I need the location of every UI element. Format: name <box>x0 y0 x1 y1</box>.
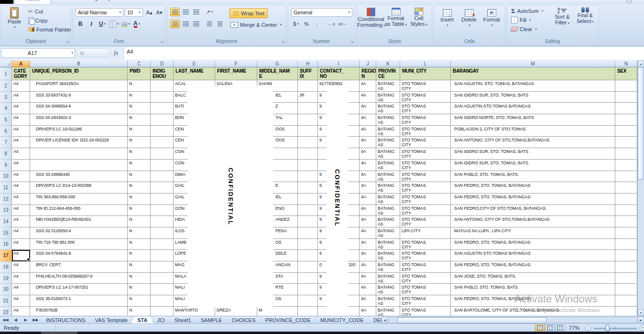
field-header-K1[interactable]: PROVIN CE <box>376 67 400 80</box>
cell-H10[interactable] <box>298 171 318 183</box>
cell-A5[interactable]: A4 <box>12 114 30 126</box>
cell-A4[interactable]: A4 <box>12 103 30 114</box>
cell-D7[interactable] <box>151 137 174 148</box>
cell-N15[interactable] <box>615 227 637 239</box>
cell-C13[interactable]: N <box>128 205 151 216</box>
increase-decimal-button[interactable]: ←.0 <box>327 20 336 28</box>
field-header-L1[interactable]: MUNI_CITY <box>400 67 451 80</box>
field-header-H1[interactable]: SUFF IX <box>298 67 318 80</box>
cell-K9[interactable]: BATANG AS <box>376 160 400 171</box>
sheet-tab-sheet1[interactable]: Sheet1 <box>169 316 197 323</box>
insert-function-icon[interactable]: fx <box>114 49 118 57</box>
borders-button[interactable]: ▾ <box>109 20 120 28</box>
cell-B14[interactable]: NBI H342BDQE10-RB492401 <box>30 216 128 227</box>
cell-K18[interactable]: BATANG AS <box>376 261 400 273</box>
autosum-button[interactable]: ΣAutoSum▾ <box>509 6 543 15</box>
formula-input[interactable]: A4 <box>124 47 644 60</box>
cell-M15[interactable]: MATAAS NA LUPA , LIPA CITY <box>451 227 615 239</box>
cell-H16[interactable] <box>298 239 318 250</box>
cell-N3[interactable] <box>615 92 637 103</box>
scroll-left-icon[interactable]: ◀ <box>382 317 388 323</box>
cell-B22[interactable]: P3030782B <box>30 307 128 316</box>
row-header-19[interactable]: 19 <box>0 273 12 284</box>
cell-K20[interactable]: BATANG AS <box>376 284 400 295</box>
cell-N20[interactable] <box>615 284 637 295</box>
cell-L15[interactable]: LIPA CITY <box>400 227 451 239</box>
cell-L11[interactable]: STO TOMAS CITY <box>400 182 451 194</box>
cell-M9[interactable]: SAN ISIDRO SUR, STO. TOMAS, BATS <box>451 160 615 171</box>
cell-H8[interactable] <box>298 148 318 160</box>
ribbon-tab-data[interactable]: Data <box>164 0 186 4</box>
cell-H9[interactable] <box>298 160 318 171</box>
cell-A21[interactable]: A4 <box>12 295 30 307</box>
cell-K21[interactable]: BATANG AS <box>376 295 400 307</box>
cell-C8[interactable]: N <box>128 148 151 160</box>
cell-L12[interactable]: STO TOMAS CITY <box>400 194 451 205</box>
cell-N9[interactable] <box>615 160 637 171</box>
cell-C7[interactable]: N <box>128 137 151 148</box>
copy-button[interactable]: Copy <box>26 16 71 25</box>
cell-N17[interactable] <box>615 250 637 261</box>
grow-font-button[interactable]: A▴ <box>144 8 154 17</box>
align-center-button[interactable] <box>181 20 190 28</box>
cell-A16[interactable]: A4 <box>12 239 30 250</box>
top-align-button[interactable] <box>170 8 180 16</box>
cell-L22[interactable]: STO TOMAS CITY <box>400 307 451 316</box>
cell-E22[interactable]: MANTARTO <box>174 307 215 316</box>
bottom-align-button[interactable] <box>191 8 201 16</box>
cell-H12[interactable] <box>298 194 318 205</box>
cell-B9[interactable] <box>30 160 128 171</box>
cell-J17[interactable]: 4A <box>360 250 376 261</box>
field-header-B1[interactable]: UNIQUE_PERSON_ID <box>30 67 128 80</box>
cell-M19[interactable]: SAN JOSE, STO. TOMAS, BATS. <box>451 273 615 284</box>
cell-H14[interactable] <box>298 216 318 227</box>
format-as-table-button[interactable]: Format as Table▾ <box>384 8 407 28</box>
field-header-A1[interactable]: CATE GORY <box>12 67 30 80</box>
row-header-21[interactable]: 21 <box>0 295 12 307</box>
cell-K11[interactable]: BATANG AS <box>376 182 400 194</box>
cell-J13[interactable]: 4A <box>360 205 376 216</box>
merge-center-button[interactable]: aMerge & Center▾ <box>229 20 283 29</box>
column-header-N[interactable]: N <box>615 61 637 67</box>
insert-cells-button[interactable]: ← Insert ▾ <box>437 9 457 28</box>
row-header-7[interactable]: 7 <box>0 137 12 148</box>
cell-K7[interactable]: BATANG AS <box>376 137 400 148</box>
cell-K16[interactable]: BATANG AS <box>376 239 400 250</box>
cell-L10[interactable]: STO TOMAS CITY <box>400 171 451 183</box>
cell-H22[interactable] <box>298 307 318 316</box>
cell-F22[interactable]: DREZA <box>215 307 257 316</box>
cell-A9[interactable]: A4 <box>12 160 30 171</box>
sheet-tab-province_code[interactable]: PROVINCE_CODE <box>260 316 317 323</box>
delete-cells-button[interactable]: × Delete ▾ <box>459 9 479 28</box>
fill-button[interactable]: ↓Fill▾ <box>509 15 543 24</box>
cell-J14[interactable]: 4A <box>360 216 376 227</box>
cell-L13[interactable]: STO TOMAS CITY <box>400 205 451 216</box>
cell-K15[interactable]: BATANG AS <box>376 227 400 239</box>
cell-K13[interactable]: BATANG AS <box>376 205 400 216</box>
cell-K19[interactable]: BATANG AS <box>376 273 400 284</box>
row-header-18[interactable]: 18 <box>0 261 12 273</box>
sheet-tab-jci[interactable]: JCI <box>151 316 171 323</box>
ribbon-tab-home[interactable]: Home <box>14 0 51 4</box>
help-icon[interactable] <box>626 0 632 4</box>
cell-K14[interactable]: BATANG AS <box>376 216 400 227</box>
cell-N5[interactable] <box>615 114 637 126</box>
cell-K8[interactable]: BATANG AS <box>376 148 400 160</box>
ribbon-tab-view[interactable]: View <box>224 0 246 4</box>
cell-C21[interactable]: N <box>128 295 151 307</box>
cell-J3[interactable]: 4A <box>360 92 376 103</box>
cell-L20[interactable]: STO TOMAS CITY <box>400 284 451 295</box>
zoom-in-button[interactable]: + <box>640 325 644 331</box>
cell-H5[interactable] <box>298 114 318 126</box>
cell-L14[interactable]: STO TOMAS CITY <box>400 216 451 227</box>
cell-C22[interactable]: N <box>128 307 151 316</box>
cell-C11[interactable]: N <box>128 182 151 194</box>
dialog-launcher-icon[interactable]: ⇘ <box>160 40 164 44</box>
cell-D19[interactable] <box>151 273 174 284</box>
ribbon-tab-formulas[interactable]: Formulas <box>128 0 161 4</box>
row-header-11[interactable]: 11 <box>0 182 12 194</box>
cell-C14[interactable]: N <box>128 216 151 227</box>
cell-N10[interactable] <box>615 171 637 183</box>
page-layout-view-button[interactable] <box>545 324 555 331</box>
cell-D5[interactable] <box>151 114 174 126</box>
